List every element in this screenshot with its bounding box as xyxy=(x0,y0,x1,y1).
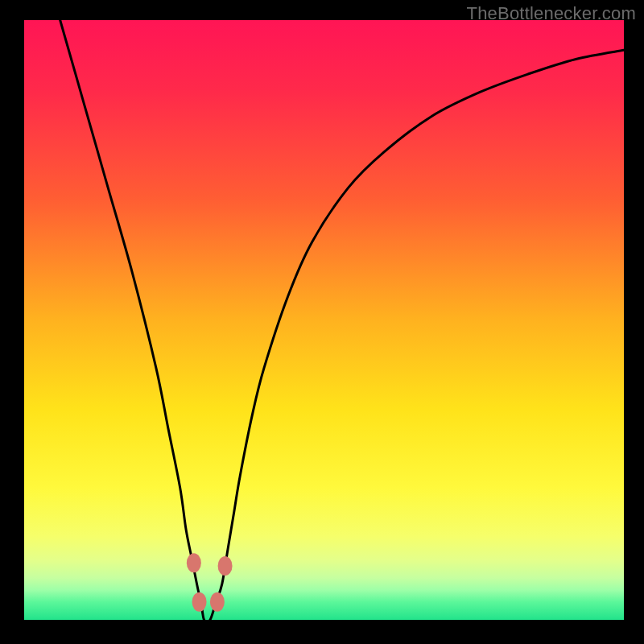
chart-frame: TheBottlenecker.com xyxy=(0,0,644,644)
marker-dot-left-lower xyxy=(192,592,207,612)
marker-dot-left-upper xyxy=(187,553,201,572)
plot-area xyxy=(24,20,624,620)
gradient-background xyxy=(24,20,624,620)
marker-dot-right-lower xyxy=(210,592,225,612)
marker-dot-right-upper xyxy=(218,556,233,576)
bottleneck-chart xyxy=(24,20,624,620)
